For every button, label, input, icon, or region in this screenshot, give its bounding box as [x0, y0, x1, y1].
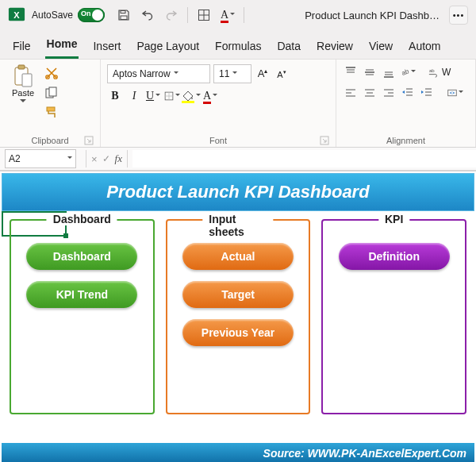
panel-dashboard-title: Dashboard — [47, 213, 117, 225]
insert-function-icon[interactable]: fx — [115, 152, 122, 165]
paste-button[interactable]: Paste — [6, 64, 40, 106]
ribbon-tabs: File Home Insert Page Layout Formulas Da… — [0, 30, 476, 59]
svg-rect-13 — [49, 87, 56, 96]
bold-button[interactable]: B — [107, 88, 123, 104]
tab-view[interactable]: View — [367, 38, 394, 59]
title-bar: X AutoSave On A Product Launch KPI Dashb… — [0, 0, 476, 30]
fill-color-button[interactable] — [183, 88, 199, 104]
ribbon: Paste Clipboard Aptos Narrow 11 — [0, 59, 476, 148]
paste-label: Paste — [12, 88, 34, 98]
borders-button[interactable] — [164, 88, 180, 104]
qat-separator-2 — [244, 7, 244, 23]
panels-row: Dashboard Dashboard KPI Trend Input shee… — [0, 211, 476, 418]
align-middle-icon[interactable] — [362, 64, 378, 80]
title-overflow-icon[interactable]: ••• — [449, 6, 468, 25]
tab-home[interactable]: Home — [45, 36, 79, 59]
svg-rect-46 — [448, 90, 457, 96]
btn-target[interactable]: Target — [182, 281, 294, 308]
chevron-down-icon — [174, 71, 178, 76]
orientation-icon[interactable]: ab — [400, 64, 416, 80]
footer-source: Source: WWW.PK-AnExcelExpert.Com — [2, 443, 474, 462]
tab-review[interactable]: Review — [315, 38, 355, 59]
align-right-icon[interactable] — [381, 85, 397, 101]
copy-icon[interactable] — [44, 86, 59, 102]
qat-separator — [187, 7, 188, 23]
formula-bar: A2 × ✓ fx — [0, 148, 476, 171]
clipboard-group-label: Clipboard — [6, 134, 94, 145]
name-box[interactable]: A2 — [5, 149, 76, 168]
dashboard-banner: Product Launch KPI Dashboard — [2, 173, 474, 211]
btn-definition[interactable]: Definition — [339, 243, 450, 270]
panel-kpi-title: KPI — [378, 213, 409, 225]
undo-icon[interactable] — [140, 7, 155, 23]
panel-input-title: Input sheets — [202, 213, 273, 238]
borders-icon[interactable] — [196, 7, 212, 23]
paste-dropdown-icon[interactable] — [20, 98, 26, 106]
font-color-button[interactable]: A — [202, 88, 218, 104]
tab-file[interactable]: File — [11, 38, 33, 59]
align-bottom-icon[interactable] — [381, 64, 397, 80]
svg-text:ab: ab — [401, 67, 409, 77]
increase-font-icon[interactable]: A▴ — [255, 66, 271, 82]
svg-rect-14 — [47, 107, 55, 111]
save-icon[interactable] — [116, 7, 132, 23]
align-left-icon[interactable] — [343, 85, 359, 101]
btn-dashboard[interactable]: Dashboard — [26, 243, 137, 270]
excel-icon: X — [8, 6, 25, 25]
tab-insert[interactable]: Insert — [91, 38, 122, 59]
align-top-icon[interactable] — [343, 64, 359, 80]
panel-dashboard: Dashboard Dashboard KPI Trend — [10, 219, 155, 414]
cut-icon[interactable] — [44, 66, 59, 83]
decrease-indent-icon[interactable] — [400, 85, 416, 101]
panel-input-sheets: Input sheets Actual Target Previous Year — [166, 219, 311, 414]
tab-automate[interactable]: Autom — [407, 38, 442, 59]
svg-text:X: X — [13, 10, 20, 19]
chevron-down-icon — [232, 71, 237, 76]
chevron-down-icon — [67, 156, 72, 161]
quick-access-toolbar: A — [116, 7, 244, 23]
redo-icon[interactable] — [163, 7, 179, 23]
font-size-combo[interactable]: 11 — [213, 64, 251, 83]
decrease-font-icon[interactable]: A▾ — [274, 66, 290, 82]
autosave[interactable]: AutoSave On — [32, 8, 105, 22]
wrap-text-button[interactable]: ab W — [428, 67, 451, 78]
group-font: Aptos Narrow 11 A▴ A▾ B I U A — [101, 60, 336, 147]
italic-button[interactable]: I — [126, 88, 142, 104]
tab-page-layout[interactable]: Page Layout — [135, 38, 201, 59]
svg-rect-2 — [121, 11, 125, 13]
font-group-label: Font — [107, 134, 329, 145]
font-size-value: 11 — [219, 68, 229, 79]
align-center-icon[interactable] — [362, 85, 378, 101]
format-painter-icon[interactable] — [44, 106, 59, 122]
cancel-formula-icon[interactable]: × — [91, 153, 98, 165]
group-alignment: ab ab W Alignment — [336, 60, 476, 147]
wrap-text-label: W — [442, 67, 451, 78]
merge-center-button[interactable] — [447, 85, 463, 101]
tab-formulas[interactable]: Formulas — [213, 38, 263, 59]
formula-input[interactable] — [132, 150, 476, 167]
worksheet[interactable]: Product Launch KPI Dashboard Dashboard D… — [0, 171, 476, 462]
tab-data[interactable]: Data — [275, 38, 302, 59]
underline-button[interactable]: U — [145, 88, 161, 104]
svg-rect-9 — [22, 74, 32, 87]
alignment-group-label: Alignment — [343, 134, 469, 145]
btn-actual[interactable]: Actual — [182, 243, 294, 270]
autosave-toggle[interactable]: On — [78, 8, 105, 22]
btn-kpi-trend[interactable]: KPI Trend — [26, 281, 137, 308]
cell-reference: A2 — [9, 153, 21, 164]
svg-rect-3 — [121, 16, 127, 20]
font-name-combo[interactable]: Aptos Narrow — [107, 64, 210, 83]
autosave-label: AutoSave — [32, 10, 73, 21]
font-dialog-launcher-icon[interactable] — [320, 136, 329, 145]
font-color-qat-icon[interactable]: A — [220, 7, 236, 23]
clipboard-dialog-launcher-icon[interactable] — [84, 136, 94, 145]
svg-text:ab: ab — [429, 67, 435, 73]
panel-kpi: KPI Definition — [321, 219, 466, 414]
increase-indent-icon[interactable] — [419, 85, 435, 101]
enter-formula-icon[interactable]: ✓ — [102, 153, 110, 164]
document-title: Product Launch KPI Dashb… — [305, 10, 440, 21]
group-clipboard: Paste Clipboard — [0, 60, 101, 147]
font-name-value: Aptos Narrow — [113, 68, 171, 79]
btn-previous-year[interactable]: Previous Year — [182, 319, 294, 346]
svg-rect-8 — [18, 65, 25, 69]
